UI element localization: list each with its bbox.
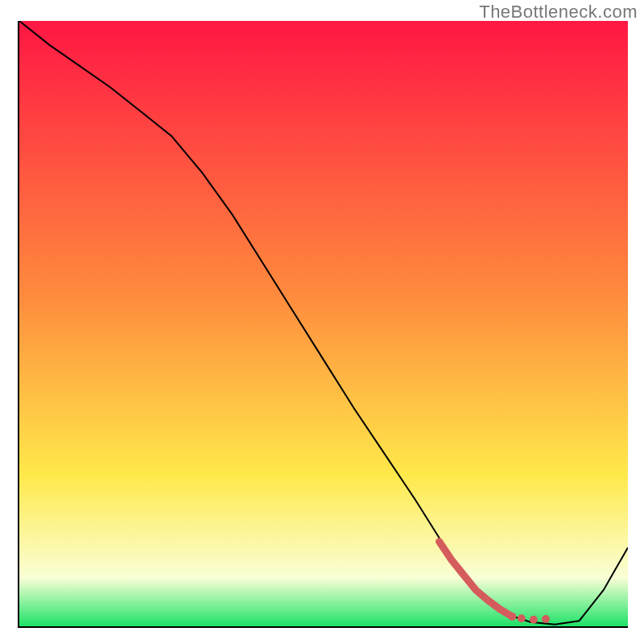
chart-frame: TheBottleneck.com xyxy=(0,0,644,644)
highlight-dot xyxy=(530,616,538,624)
highlight-dot xyxy=(542,615,550,623)
watermark-text: TheBottleneck.com xyxy=(479,2,638,23)
plot-area xyxy=(18,21,628,628)
highlight-dot xyxy=(518,614,526,622)
highlight-dot xyxy=(508,613,516,621)
heat-background xyxy=(19,21,628,626)
plot-svg xyxy=(19,21,628,626)
